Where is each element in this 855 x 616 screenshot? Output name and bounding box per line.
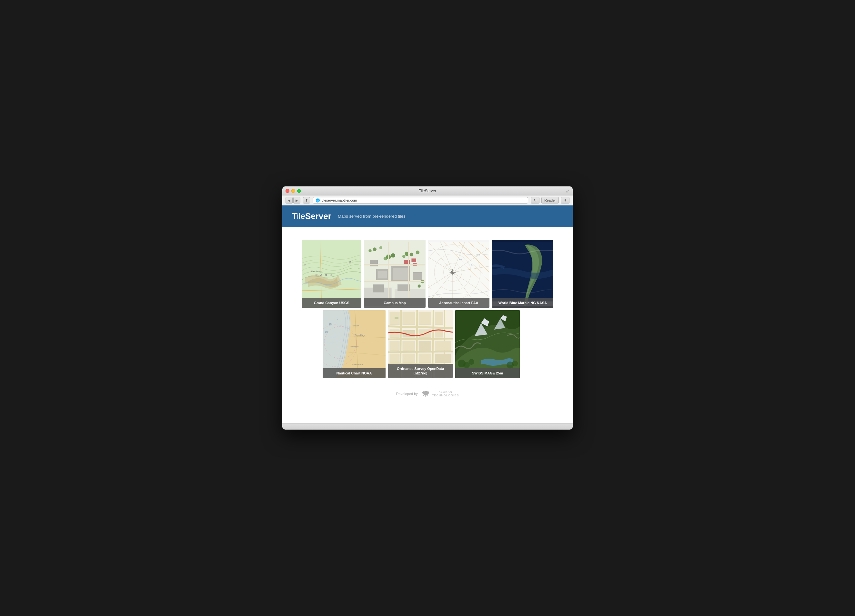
svg-point-27 (373, 248, 377, 251)
logo-light-part: Tile (292, 211, 305, 221)
svg-text:MCO: MCO (476, 254, 480, 256)
svg-rect-96 (395, 317, 398, 319)
svg-rect-86 (419, 341, 431, 350)
svg-rect-84 (390, 341, 400, 350)
site-header: TileServer Maps served from pre-rendered… (282, 205, 573, 227)
svg-rect-85 (403, 341, 415, 350)
footer: Developed by KLOKANTECHNOLOGIES (302, 381, 553, 404)
map-tile-marble[interactable]: World Blue Marble NG NASA (492, 240, 553, 308)
mac-window: TileServer ⤢ ◀ ▶ ⬆ 🌐 tileserver.maptiler… (282, 186, 573, 430)
svg-point-100 (469, 359, 474, 365)
window-bottom-bar: ⌟ (282, 423, 573, 430)
svg-point-24 (402, 255, 406, 258)
map-grid-row-1: The Anian P A R K 27 25 Grand Canyon USG… (302, 240, 553, 308)
footer-prefix: Developed by (396, 392, 418, 396)
close-button[interactable] (285, 189, 290, 193)
svg-text:Ocean Beach: Ocean Beach (351, 364, 363, 365)
svg-rect-90 (419, 354, 431, 363)
page-content: The Anian P A R K 27 25 Grand Canyon USG… (282, 227, 573, 423)
svg-rect-88 (390, 354, 400, 363)
site-logo: TileServer (292, 211, 331, 221)
map-tile-swiss[interactable]: SWISSIMAGE 25m (455, 310, 520, 378)
url-text: tileserver.maptiler.com (322, 198, 357, 202)
lock-icon: 🌐 (316, 198, 320, 203)
svg-point-26 (369, 249, 372, 252)
svg-point-30 (418, 284, 421, 288)
url-field[interactable]: 🌐 tileserver.maptiler.com (313, 197, 528, 203)
svg-rect-91 (435, 354, 451, 363)
svg-point-20 (391, 253, 395, 257)
back-button[interactable]: ◀ (285, 197, 293, 203)
address-bar: ◀ ▶ ⬆ 🌐 tileserver.maptiler.com ↻ Reader… (282, 196, 573, 205)
svg-rect-87 (435, 341, 451, 350)
nautical-label: Nautical Chart NOAA (323, 368, 386, 378)
svg-point-28 (379, 246, 383, 250)
ordnance-label: Ordnance Survey OpenData (nt27ne) (388, 364, 453, 378)
svg-rect-13 (412, 259, 416, 262)
logo-bold-part: Server (305, 211, 331, 221)
minimize-button[interactable] (291, 189, 295, 193)
svg-rect-9 (393, 267, 409, 280)
svg-point-21 (384, 257, 387, 260)
svg-rect-89 (403, 354, 415, 363)
svg-point-25 (416, 251, 420, 254)
svg-rect-79 (435, 312, 443, 325)
window-title: TileServer (419, 189, 436, 193)
svg-point-102 (512, 361, 518, 366)
fullscreen-icon[interactable]: ⤢ (565, 188, 570, 194)
share-button[interactable]: ⬆ (303, 197, 310, 203)
title-bar: TileServer ⤢ (282, 186, 573, 196)
svg-text:The Anian: The Anian (311, 270, 322, 273)
map-grid-row-2: 15 25 8 Bay Ridge Flatbush Farber Bk Oce… (323, 310, 553, 378)
map-tile-grand-canyon[interactable]: The Anian P A R K 27 25 Grand Canyon USG… (302, 240, 362, 308)
svg-text:7+: 7+ (471, 264, 473, 266)
map-tile-aeronautical[interactable]: IFR 7+ MCO Aeronautical chart FAA (428, 240, 489, 308)
download-button[interactable]: ⬇ (561, 197, 570, 203)
reader-button[interactable]: Reader (541, 197, 559, 203)
svg-text:P A R K: P A R K (316, 273, 333, 277)
maximize-button[interactable] (297, 189, 301, 193)
svg-rect-17 (373, 284, 384, 292)
aeronautical-label: Aeronautical chart FAA (428, 298, 489, 308)
grand-canyon-label: Grand Canyon USGS (302, 298, 362, 308)
traffic-lights (285, 189, 301, 193)
refresh-button[interactable]: ↻ (531, 197, 539, 203)
svg-text:IFR: IFR (459, 258, 462, 260)
resize-icon: ⌟ (570, 424, 572, 428)
nav-buttons: ◀ ▶ (285, 197, 300, 203)
svg-text:27: 27 (304, 264, 306, 266)
address-right-controls: ↻ Reader ⬇ (531, 197, 570, 203)
svg-text:Farber Bk: Farber Bk (350, 346, 359, 348)
map-tile-ordnance[interactable]: Ordnance Survey OpenData (nt27ne) (388, 310, 453, 378)
map-tile-campus[interactable]: Campus Map (364, 240, 425, 308)
site-tagline: Maps served from pre-rendered tiles (338, 214, 406, 219)
svg-rect-78 (419, 312, 431, 325)
swiss-label: SWISSIMAGE 25m (455, 368, 520, 378)
svg-text:15: 15 (329, 323, 332, 325)
svg-point-23 (410, 253, 413, 257)
klokan-logo: KLOKANTECHNOLOGIES (420, 390, 459, 397)
svg-text:25: 25 (325, 331, 328, 333)
svg-text:Flatbush: Flatbush (352, 325, 359, 327)
marble-label: World Blue Marble NG NASA (492, 298, 553, 308)
svg-rect-83 (435, 330, 443, 337)
map-tile-nautical[interactable]: 15 25 8 Bay Ridge Flatbush Farber Bk Oce… (323, 310, 386, 378)
svg-rect-80 (390, 330, 400, 338)
svg-rect-77 (403, 312, 415, 325)
company-name: KLOKANTECHNOLOGIES (432, 390, 459, 397)
kangaroo-icon (420, 391, 430, 397)
svg-rect-16 (413, 272, 423, 280)
svg-text:25: 25 (349, 261, 351, 263)
forward-button[interactable]: ▶ (293, 197, 300, 203)
campus-label: Campus Map (364, 298, 425, 308)
svg-rect-11 (378, 271, 387, 279)
